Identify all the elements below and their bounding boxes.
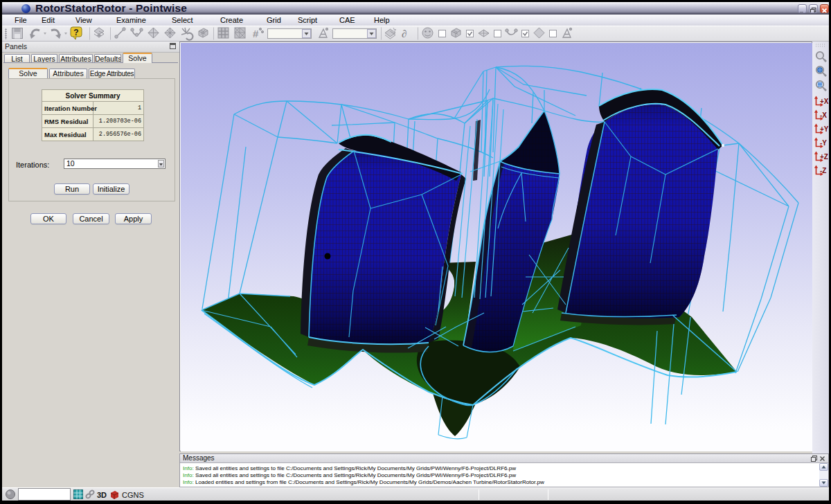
svg-text:+Y: +Y	[820, 125, 829, 133]
svg-text:-Z: -Z	[820, 167, 826, 174]
svg-text:3D: 3D	[97, 491, 107, 499]
svg-text:+X: +X	[820, 98, 829, 105]
svg-text:-X: -X	[820, 111, 827, 119]
svg-text:∂: ∂	[402, 28, 406, 39]
svg-text:#: #	[253, 28, 259, 39]
svg-text:?: ?	[73, 28, 78, 37]
svg-text:CGNS: CGNS	[122, 491, 144, 499]
svg-text:-Y: -Y	[820, 139, 827, 147]
svg-text:+Z: +Z	[820, 153, 828, 161]
